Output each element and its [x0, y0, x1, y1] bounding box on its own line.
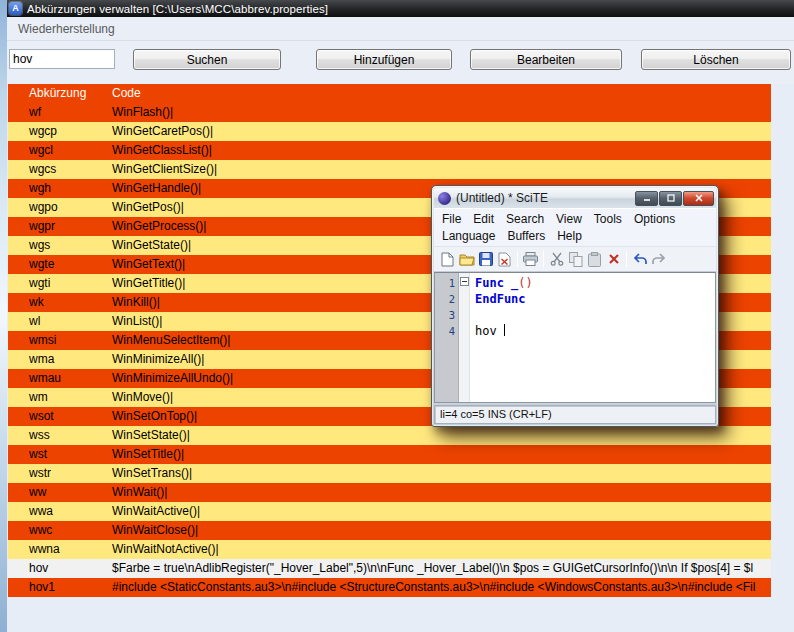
- scite-titlebar[interactable]: (Untitled) * SciTE: [434, 188, 716, 208]
- add-button[interactable]: Hinzufügen: [316, 49, 452, 70]
- fold-marker-icon[interactable]: [460, 277, 469, 286]
- code-cell: WinWaitClose()|: [112, 521, 771, 540]
- search-button[interactable]: Suchen: [133, 49, 281, 70]
- toolbar-separator: [543, 251, 544, 267]
- abbr-cell: wma: [8, 350, 112, 369]
- abbr-cell: wgpo: [8, 198, 112, 217]
- scite-window: (Untitled) * SciTE FileEditSearchViewToo…: [431, 185, 719, 427]
- table-row[interactable]: ww WinWait()|: [8, 483, 771, 502]
- edit-button[interactable]: Bearbeiten: [470, 49, 622, 70]
- code-cell: WinSetTrans()|: [112, 464, 771, 483]
- editor-text[interactable]: Func _() EndFunc hov: [470, 273, 715, 402]
- copy-icon[interactable]: [566, 250, 585, 269]
- abbreviation-input[interactable]: [9, 49, 115, 69]
- abbr-cell: wl: [8, 312, 112, 331]
- main-titlebar[interactable]: A Abkürzungen verwalten [C:\Users\MCC\ab…: [7, 0, 794, 17]
- scite-menu-item[interactable]: File: [436, 212, 467, 226]
- code-cell: WinWait()|: [112, 483, 771, 502]
- close-button[interactable]: [683, 191, 714, 206]
- delete-icon[interactable]: [604, 250, 623, 269]
- abbr-cell: wgcp: [8, 122, 112, 141]
- scite-menu-item[interactable]: Edit: [467, 212, 500, 226]
- autoit-app-icon[interactable]: A: [9, 2, 22, 15]
- redo-icon[interactable]: [649, 250, 668, 269]
- table-row[interactable]: wss WinSetState()|: [8, 426, 771, 445]
- abbr-cell: ww: [8, 483, 112, 502]
- scite-menu-item[interactable]: Help: [551, 229, 588, 243]
- abbr-cell: wsot: [8, 407, 112, 426]
- scite-menu-item[interactable]: Search: [500, 212, 550, 226]
- scite-menu-item[interactable]: Language: [436, 229, 501, 243]
- menu-wiederherstellung[interactable]: Wiederherstellung: [11, 20, 122, 38]
- print-icon[interactable]: [521, 250, 540, 269]
- abbr-cell: wst: [8, 445, 112, 464]
- table-header-row: Abkürzung Code: [8, 84, 771, 103]
- scite-menu-item[interactable]: Buffers: [501, 229, 551, 243]
- scite-menubar: FileEditSearchViewToolsOptions LanguageB…: [434, 208, 716, 246]
- table-row[interactable]: wwa WinWaitActive()|: [8, 502, 771, 521]
- abbr-cell: wwna: [8, 540, 112, 559]
- code-cell: WinGetClientSize()|: [112, 160, 771, 179]
- close-icon: [695, 194, 703, 202]
- editor-line: EndFunc: [475, 291, 715, 307]
- line-number-margin: 1 2 3 4: [435, 273, 459, 402]
- code-cell: WinSetState()|: [112, 426, 771, 445]
- table-row[interactable]: wgcp WinGetCaretPos()|: [8, 122, 771, 141]
- minimize-icon: [643, 194, 651, 202]
- desktop-background: [0, 0, 7, 632]
- scite-toolbar: [434, 246, 716, 272]
- abbr-cell: wm: [8, 388, 112, 407]
- table-row[interactable]: wwc WinWaitClose()|: [8, 521, 771, 540]
- table-row[interactable]: wgcs WinGetClientSize()|: [8, 160, 771, 179]
- scite-app-icon[interactable]: [438, 192, 451, 205]
- abbr-cell: wss: [8, 426, 112, 445]
- maximize-icon: [667, 194, 675, 202]
- scite-menu-item[interactable]: Tools: [588, 212, 628, 226]
- abbr-cell: wgpr: [8, 217, 112, 236]
- abbr-cell: hov: [8, 559, 112, 578]
- save-icon[interactable]: [476, 250, 495, 269]
- code-cell: WinWaitNotActive()|: [112, 540, 771, 559]
- abbr-cell: wgh: [8, 179, 112, 198]
- close-file-icon[interactable]: [495, 250, 514, 269]
- header-code: Code: [112, 84, 771, 103]
- delete-button[interactable]: Löschen: [641, 49, 791, 70]
- abbr-cell: wgs: [8, 236, 112, 255]
- table-row[interactable]: wwna WinWaitNotActive()|: [8, 540, 771, 559]
- table-row[interactable]: hov1 #include <StaticConstants.au3>\n#in…: [8, 578, 771, 597]
- paste-icon[interactable]: [585, 250, 604, 269]
- abbr-cell: wstr: [8, 464, 112, 483]
- new-file-icon[interactable]: [438, 250, 457, 269]
- table-row[interactable]: wstr WinSetTrans()|: [8, 464, 771, 483]
- scite-menu-item[interactable]: Options: [628, 212, 681, 226]
- code-cell: WinWaitActive()|: [112, 502, 771, 521]
- code-cell: WinFlash()|: [112, 103, 771, 122]
- abbr-cell: wk: [8, 293, 112, 312]
- cut-icon[interactable]: [547, 250, 566, 269]
- main-menubar: Wiederherstellung: [7, 17, 794, 41]
- code-cell: #include <StaticConstants.au3>\n#include…: [112, 578, 771, 597]
- header-abbreviation: Abkürzung: [8, 84, 112, 103]
- abbr-cell: wgcl: [8, 141, 112, 160]
- toolbar-separator: [626, 251, 627, 267]
- editor-pane[interactable]: 1 2 3 4 Func _() EndFunc hov: [434, 272, 716, 403]
- undo-icon[interactable]: [630, 250, 649, 269]
- table-row[interactable]: wf WinFlash()|: [8, 103, 771, 122]
- scite-menu-item[interactable]: View: [550, 212, 588, 226]
- abbr-cell: wgti: [8, 274, 112, 293]
- table-row[interactable]: hov $Farbe = true\nAdlibRegister("_Hover…: [8, 559, 771, 578]
- table-row[interactable]: wst WinSetTitle()|: [8, 445, 771, 464]
- abbr-cell: wmsi: [8, 331, 112, 350]
- open-file-icon[interactable]: [457, 250, 476, 269]
- abbr-cell: hov1: [8, 578, 112, 597]
- scite-window-title: (Untitled) * SciTE: [456, 191, 634, 205]
- fold-margin: [459, 273, 470, 402]
- maximize-button[interactable]: [659, 191, 682, 206]
- abbr-cell: wwc: [8, 521, 112, 540]
- scite-statusbar: li=4 co=5 INS (CR+LF): [434, 405, 716, 424]
- abbr-cell: wgcs: [8, 160, 112, 179]
- editor-line: [475, 307, 715, 323]
- minimize-button[interactable]: [635, 191, 658, 206]
- main-window-title: Abkürzungen verwalten [C:\Users\MCC\abbr…: [27, 3, 328, 15]
- table-row[interactable]: wgcl WinGetClassList()|: [8, 141, 771, 160]
